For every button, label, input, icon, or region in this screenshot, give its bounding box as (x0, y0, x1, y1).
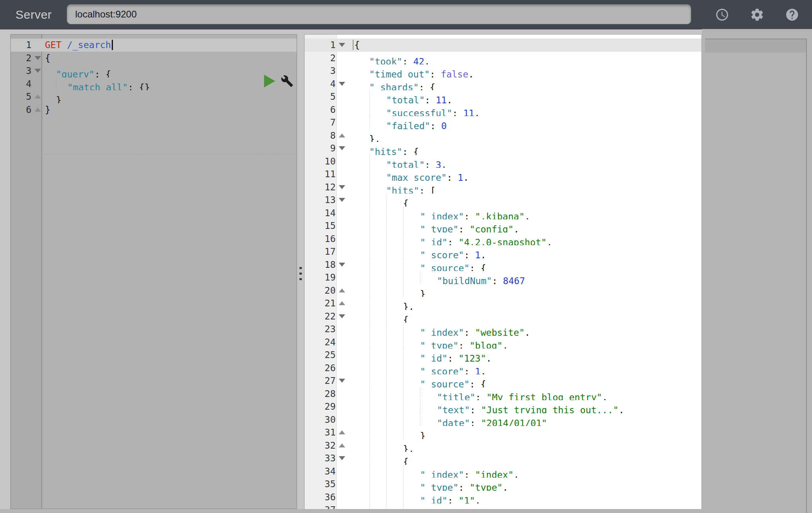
code-line[interactable]: 21}, (305, 297, 701, 310)
code-text[interactable]: "_id": "4.2.0-snapshot", (346, 232, 701, 246)
code-text[interactable]: "_score": 1, (346, 245, 701, 258)
code-text[interactable]: { (346, 194, 701, 207)
fold-toggle-icon[interactable] (339, 134, 345, 137)
code-text[interactable]: { (346, 310, 701, 323)
code-line[interactable]: 36"_id": "1", (305, 491, 701, 504)
code-line[interactable]: 4"match_all": {} (11, 77, 297, 91)
code-line[interactable]: 14"_index": ".kibana", (305, 207, 701, 220)
code-text[interactable]: "_type": "type", (346, 478, 701, 491)
code-line[interactable]: 17"_score": 1, (305, 245, 701, 258)
code-text[interactable]: "query": { (42, 64, 297, 77)
code-line[interactable]: 20} (305, 284, 701, 297)
response-editor[interactable]: 1{2"took": 42,3"timed_out": false,4"_sha… (304, 34, 702, 509)
fold-toggle-icon[interactable] (339, 301, 345, 305)
code-line[interactable]: 32}, (305, 439, 701, 452)
code-text[interactable]: "text": "Just trying this out...", (346, 400, 701, 413)
code-line[interactable]: 15"_type": "config", (305, 219, 701, 232)
code-text[interactable]: "_source": { (346, 374, 701, 387)
code-line[interactable]: 33{ (305, 452, 701, 465)
code-line[interactable]: 1GET /_search (11, 39, 297, 52)
send-request-play-icon[interactable] (264, 75, 275, 87)
code-text[interactable]: "_score": 1, (346, 503, 701, 509)
code-line[interactable]: 25"_id": "123", (305, 348, 701, 362)
code-text[interactable]: { (346, 39, 701, 52)
request-settings-wrench-icon[interactable] (281, 75, 293, 87)
code-text[interactable]: }, (346, 297, 701, 310)
code-text[interactable]: } (42, 90, 297, 103)
code-text[interactable]: } (42, 103, 297, 116)
code-line[interactable]: 12"hits": [ (305, 181, 701, 194)
code-text[interactable]: "match_all": {} (42, 77, 297, 91)
code-text[interactable]: "_source": { (346, 258, 701, 271)
code-text[interactable]: "failed": 0 (346, 116, 701, 129)
fold-toggle-icon[interactable] (35, 108, 41, 112)
code-text[interactable]: "hits": [ (346, 181, 701, 194)
code-line[interactable]: 16"_id": "4.2.0-snapshot", (305, 232, 701, 246)
code-text[interactable]: "title": "My first blog entry", (346, 387, 701, 401)
code-line[interactable]: 22{ (305, 310, 701, 323)
code-text[interactable]: GET /_search (42, 39, 297, 52)
code-line[interactable]: 28"title": "My first blog entry", (305, 387, 701, 401)
fold-toggle-icon[interactable] (35, 95, 41, 99)
fold-toggle-icon[interactable] (339, 314, 345, 318)
code-text[interactable]: "_score": 1, (346, 362, 701, 375)
code-line[interactable]: 13{ (305, 194, 701, 207)
fold-toggle-icon[interactable] (339, 198, 345, 202)
fold-toggle-icon[interactable] (339, 288, 345, 292)
code-line[interactable]: 4"_shards": { (305, 77, 701, 91)
fold-toggle-icon[interactable] (339, 379, 345, 383)
code-line[interactable]: 5} (11, 90, 297, 103)
fold-toggle-icon[interactable] (339, 43, 345, 47)
code-text[interactable]: "successful": 11, (346, 103, 701, 116)
code-text[interactable]: "_id": "123", (346, 348, 701, 362)
code-line[interactable]: 2"took": 42, (305, 52, 701, 65)
code-line[interactable]: 18"_source": { (305, 258, 701, 271)
code-line[interactable]: 8}, (305, 129, 701, 142)
code-text[interactable]: "max_score": 1, (346, 168, 701, 181)
code-line[interactable]: 2{ (11, 52, 297, 65)
fold-toggle-icon[interactable] (35, 56, 41, 60)
code-line[interactable]: 10"total": 3, (305, 155, 701, 168)
history-clock-icon[interactable] (715, 8, 729, 22)
code-text[interactable]: "_id": "1", (346, 491, 701, 504)
code-text[interactable]: }, (346, 129, 701, 142)
code-line[interactable]: 35"_type": "type", (305, 478, 701, 491)
code-line[interactable]: 3"query": { (11, 64, 297, 77)
server-input[interactable] (67, 4, 691, 24)
fold-toggle-icon[interactable] (339, 263, 345, 267)
code-line[interactable]: 27"_source": { (305, 374, 701, 387)
fold-toggle-icon[interactable] (339, 443, 345, 447)
help-icon[interactable] (785, 8, 799, 22)
code-line[interactable]: 11"max_score": 1, (305, 168, 701, 181)
request-editor[interactable]: 1GET /_search2{3"query": {4"match_all": … (10, 34, 297, 509)
code-line[interactable]: 5"total": 11, (305, 90, 701, 103)
code-line[interactable]: 37"_score": 1, (305, 503, 701, 509)
code-text[interactable]: "timed_out": false, (346, 64, 701, 77)
code-text[interactable]: "total": 11, (346, 90, 701, 103)
code-line[interactable]: 24"_type": "blog", (305, 336, 701, 349)
code-text[interactable]: { (346, 452, 701, 465)
code-text[interactable]: }, (346, 439, 701, 452)
code-text[interactable]: "_type": "blog", (346, 336, 701, 349)
fold-toggle-icon[interactable] (339, 430, 345, 434)
code-text[interactable]: "_index": ".kibana", (346, 207, 701, 220)
code-line[interactable]: 31} (305, 426, 701, 439)
code-line[interactable]: 19"buildNum": 8467 (305, 271, 701, 284)
code-text[interactable]: "_index": "website", (346, 323, 701, 336)
code-text[interactable]: "date": "2014/01/01" (346, 413, 701, 426)
code-line[interactable]: 3"timed_out": false, (305, 64, 701, 77)
code-line[interactable]: 1{ (305, 39, 701, 52)
code-text[interactable]: "took": 42, (346, 52, 701, 65)
code-line[interactable]: 34"_index": "index", (305, 465, 701, 478)
code-text[interactable]: "_index": "index", (346, 465, 701, 478)
code-text[interactable]: { (42, 52, 297, 65)
code-text[interactable]: "hits": { (346, 142, 701, 155)
code-text[interactable]: "buildNum": 8467 (346, 271, 701, 284)
panel-splitter[interactable] (297, 34, 304, 508)
code-line[interactable]: 29"text": "Just trying this out...", (305, 400, 701, 413)
code-text[interactable]: } (346, 426, 701, 439)
code-text[interactable]: "_shards": { (346, 77, 701, 91)
code-text[interactable]: "_type": "config", (346, 219, 701, 232)
code-line[interactable]: 6} (11, 103, 297, 116)
code-line[interactable]: 6"successful": 11, (305, 103, 701, 116)
